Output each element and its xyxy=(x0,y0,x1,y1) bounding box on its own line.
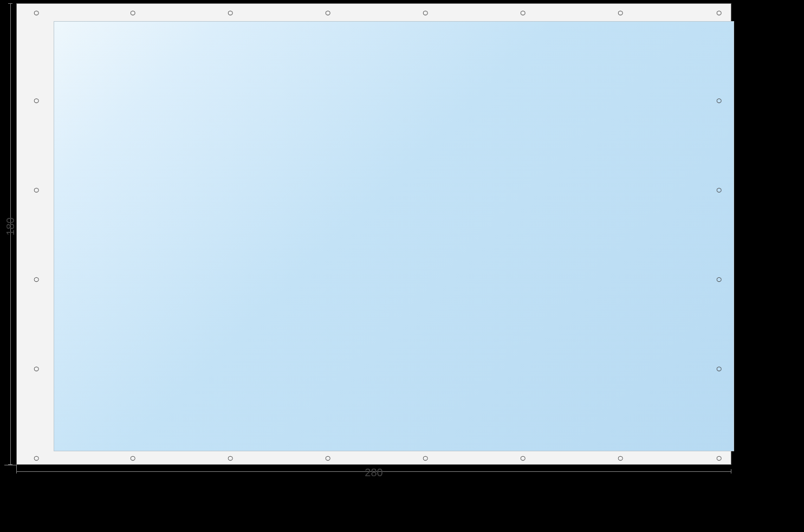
eyelet-left-1: ○ xyxy=(33,95,40,106)
eyelet-bottom-7: ○ xyxy=(617,452,624,463)
eyelet-bottom-2: ○ xyxy=(129,452,136,463)
eyelet-left-2: ○ xyxy=(33,184,40,195)
eyelet-bottom-3: ○ xyxy=(227,452,234,463)
eyelet-bottom-4: ○ xyxy=(325,452,331,463)
eyelet-top-6: ○ xyxy=(520,7,526,18)
eyelet-left-3: ○ xyxy=(33,274,40,284)
eyelet-right-3: ○ xyxy=(716,274,722,284)
eyelet-top-5: ○ xyxy=(422,7,429,18)
eyelet-bottom-1: ○ xyxy=(33,452,40,463)
dimension-width-label: 280 xyxy=(365,466,382,479)
origin-mark xyxy=(4,465,16,465)
eyelet-bottom-5: ○ xyxy=(422,452,429,463)
eyelet-top-3: ○ xyxy=(227,7,234,18)
dimension-height-label: 180 xyxy=(4,217,17,235)
origin-mark xyxy=(16,465,17,471)
dimension-tick xyxy=(8,3,12,4)
tarp-frame: ○ ○ ○ ○ ○ ○ ○ ○ ○ ○ ○ ○ ○ ○ ○ ○ ○ ○ ○ ○ … xyxy=(16,3,731,465)
eyelet-top-7: ○ xyxy=(617,7,624,18)
eyelet-right-2: ○ xyxy=(716,184,722,195)
dimension-tick xyxy=(731,469,731,473)
eyelet-bottom-6: ○ xyxy=(520,452,526,463)
tarp-panel xyxy=(54,21,734,451)
eyelet-bottom-8: ○ xyxy=(716,452,722,463)
eyelet-top-8: ○ xyxy=(716,7,722,18)
eyelet-right-4: ○ xyxy=(716,363,722,374)
eyelet-left-4: ○ xyxy=(33,363,40,374)
eyelet-top-1: ○ xyxy=(33,7,40,18)
diagram-stage: ○ ○ ○ ○ ○ ○ ○ ○ ○ ○ ○ ○ ○ ○ ○ ○ ○ ○ ○ ○ … xyxy=(0,0,804,532)
eyelet-right-1: ○ xyxy=(716,95,722,106)
eyelet-top-2: ○ xyxy=(129,7,136,18)
eyelet-top-4: ○ xyxy=(325,7,331,18)
